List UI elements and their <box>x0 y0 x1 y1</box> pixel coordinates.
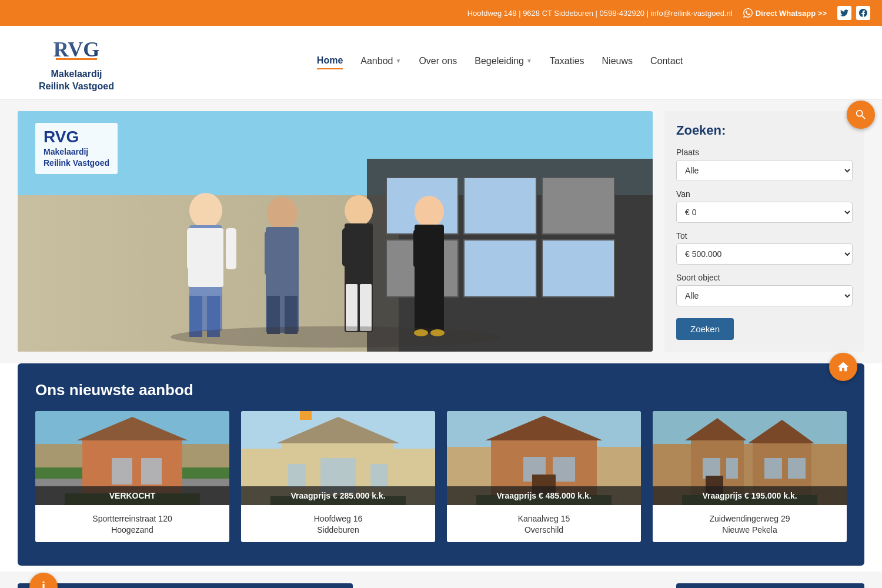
listing-img-2: Vraagprijs € 285.000 k.k. <box>241 411 435 505</box>
svg-point-11 <box>267 197 298 230</box>
listing-img-3: Vraagprijs € 485.000 k.k. <box>447 411 641 505</box>
svg-rect-20 <box>363 228 373 266</box>
contact-info: Hoofdweg 148 | 9628 CT Siddeburen | 0598… <box>467 9 733 18</box>
begeleiding-dropdown-arrow: ▼ <box>526 58 532 64</box>
whatsapp-link[interactable]: Direct Whatsapp >> <box>743 8 827 18</box>
soort-select[interactable]: Alle <box>676 285 853 306</box>
svg-rect-39 <box>288 464 306 487</box>
nav-taxaties[interactable]: Taxaties <box>550 55 584 69</box>
info-icon: i <box>42 579 45 588</box>
svg-point-17 <box>345 195 373 226</box>
svg-rect-2 <box>56 58 97 60</box>
search-button[interactable]: Zoeken <box>676 318 734 340</box>
listing-img-4: Vraagprijs € 195.000 k.k. <box>653 411 847 505</box>
listing-address-1: Sportterreinstraat 120 Hoogezand <box>41 513 223 536</box>
svg-rect-26 <box>433 229 443 268</box>
svg-rect-14 <box>286 231 298 275</box>
hero-people <box>18 111 653 352</box>
listing-badge-4: Vraagprijs € 195.000 k.k. <box>653 486 847 505</box>
facebook-icon[interactable] <box>856 6 870 20</box>
plaats-select[interactable]: Alle <box>676 160 853 181</box>
svg-rect-25 <box>413 229 423 268</box>
nav-contact[interactable]: Contact <box>650 55 683 69</box>
svg-rect-55 <box>764 458 782 479</box>
svg-marker-44 <box>485 416 603 440</box>
home-icon-button[interactable] <box>829 353 857 381</box>
tot-group: Tot € 500.000 <box>676 231 853 265</box>
nav-begeleiding[interactable]: Begeleiding ▼ <box>475 55 532 69</box>
info-icon-button[interactable]: i <box>29 573 58 588</box>
listing-address-4: Zuidwendingerweg 29 Nieuwe Pekela <box>659 513 841 536</box>
whatsapp-icon <box>743 8 753 18</box>
nav-over-ons[interactable]: Over ons <box>419 55 457 69</box>
svg-rect-21 <box>346 284 358 331</box>
search-icon-button[interactable] <box>847 101 875 129</box>
van-label: Van <box>676 189 853 199</box>
twitter-icon[interactable] <box>837 6 851 20</box>
listing-info-4: Zuidwendingerweg 29 Nieuwe Pekela <box>653 505 847 542</box>
listing-info-1: Sportterreinstraat 120 Hoogezand <box>35 505 229 542</box>
header: RVG Makelaardij Reilink Vastgoed Home Aa… <box>0 26 882 99</box>
listings-section: Ons nieuwste aanbod <box>18 363 864 566</box>
svg-rect-53 <box>703 458 720 479</box>
magnifier-icon <box>854 108 867 121</box>
svg-rect-19 <box>342 228 352 266</box>
whatsapp-label: Direct Whatsapp >> <box>756 9 827 18</box>
svg-point-23 <box>415 196 444 228</box>
svg-rect-7 <box>189 296 202 337</box>
svg-rect-42 <box>300 411 312 420</box>
listing-card-2[interactable]: Vraagprijs € 285.000 k.k. Hoofdweg 16 Si… <box>241 411 435 542</box>
listing-badge-2: Vraagprijs € 285.000 k.k. <box>241 486 435 505</box>
tot-label: Tot <box>676 231 853 240</box>
main-content-area: RVG MakelaardijReilink Vastgoed <box>0 99 882 363</box>
van-group: Van € 0 <box>676 189 853 223</box>
listing-address-2: Hoofdweg 16 Siddeburen <box>247 513 429 536</box>
listings-grid: VERKOCHT Sportterreinstraat 120 Hoogezan… <box>35 411 847 542</box>
svg-rect-40 <box>370 464 388 487</box>
hero-image: RVG MakelaardijReilink Vastgoed <box>18 111 653 352</box>
svg-marker-32 <box>76 417 188 440</box>
plaats-group: Plaats Alle <box>676 148 853 181</box>
listing-card-4[interactable]: Vraagprijs € 195.000 k.k. Zuidwendingerw… <box>653 411 847 542</box>
social-icons <box>837 6 870 20</box>
listings-wrapper: Ons nieuwste aanbod <box>0 363 882 572</box>
svg-rect-13 <box>265 231 276 275</box>
van-select[interactable]: € 0 <box>676 202 853 223</box>
svg-rect-33 <box>112 458 132 485</box>
bottom-section: i ☕ Kom langs voor een kop koffie! RVG M… <box>0 572 882 588</box>
listing-badge-1: VERKOCHT <box>35 486 229 505</box>
nav-home[interactable]: Home <box>317 55 343 69</box>
bottom-info-block: i <box>18 583 353 588</box>
svg-marker-52 <box>748 420 814 443</box>
listing-img-1: VERKOCHT <box>35 411 229 505</box>
svg-rect-34 <box>141 458 162 485</box>
main-nav: Home Aanbod ▼ Over ons Begeleiding ▼ Tax… <box>135 55 864 69</box>
listing-card-3[interactable]: Vraagprijs € 485.000 k.k. Kanaalweg 15 O… <box>447 411 641 542</box>
bottom-logo-block: RVG Makelaardij Reilink Vastgoed <box>676 583 864 588</box>
hero-section: RVG MakelaardijReilink Vastgoed <box>0 99 882 363</box>
svg-rect-10 <box>226 228 236 269</box>
logo-text: Makelaardij Reilink Vastgoed <box>39 68 114 93</box>
svg-point-3 <box>189 193 222 228</box>
listing-info-2: Hoofdweg 16 Siddeburen <box>241 505 435 542</box>
svg-marker-51 <box>685 418 747 440</box>
aanbod-dropdown-arrow: ▼ <box>395 58 401 64</box>
people-figures <box>141 175 529 352</box>
soort-group: Soort object Alle <box>676 273 853 306</box>
plaats-label: Plaats <box>676 148 853 157</box>
top-bar: Hoofdweg 148 | 9628 CT Siddeburen | 0598… <box>0 0 882 26</box>
coffee-section: ☕ Kom langs voor een kop koffie! <box>353 583 676 588</box>
search-title: Zoeken: <box>676 123 853 138</box>
nav-nieuws[interactable]: Nieuws <box>602 55 633 69</box>
listing-card-1[interactable]: VERKOCHT Sportterreinstraat 120 Hoogezan… <box>35 411 229 542</box>
logo-emblem: RVG <box>53 32 100 67</box>
nav-aanbod[interactable]: Aanbod ▼ <box>360 55 401 69</box>
listing-info-3: Kanaalweg 15 Overschild <box>447 505 641 542</box>
svg-text:RVG: RVG <box>54 38 100 61</box>
tot-select[interactable]: € 500.000 <box>676 243 853 265</box>
soort-label: Soort object <box>676 273 853 282</box>
svg-point-29 <box>171 326 500 348</box>
svg-rect-56 <box>788 458 806 479</box>
listing-badge-3: Vraagprijs € 485.000 k.k. <box>447 486 641 505</box>
address-text: Hoofdweg 148 | 9628 CT Siddeburen | 0598… <box>467 9 733 18</box>
